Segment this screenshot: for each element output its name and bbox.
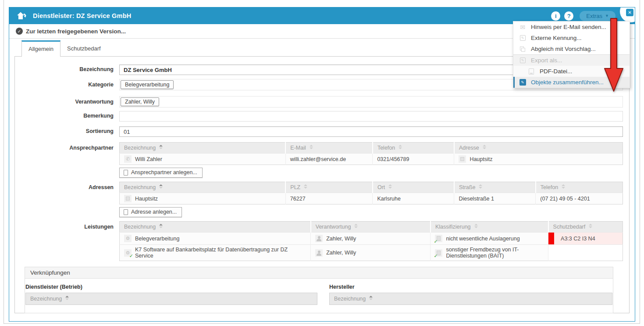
bezeichnung-label: Bezeichnung <box>15 64 119 72</box>
schutzbedarf-badge: A3:3 C2 I3 N4 <box>548 233 623 244</box>
column-header-strasse[interactable]: Straße <box>454 182 536 193</box>
dialog-title: Dienstleister: DZ Service GmbH <box>33 12 551 19</box>
sort-icon <box>479 184 482 189</box>
green-check-icon: ✓ <box>434 239 438 244</box>
sort-icon <box>304 184 307 189</box>
verknuepfungen-title: Verknüpfungen <box>25 267 613 279</box>
edit-icon: ✎ <box>519 35 527 41</box>
last-approved-version-link[interactable]: Zur letzten freigegebenen Version... <box>26 28 126 35</box>
sort-icon <box>159 184 163 189</box>
sort-icon <box>388 184 392 189</box>
sort-icon <box>159 224 163 228</box>
sort-icon <box>483 145 486 149</box>
column-header-telefon[interactable]: Telefon <box>536 182 623 193</box>
sort-icon <box>562 184 565 189</box>
ansprechpartner-anlegen-button[interactable]: Ansprechpartner anlegen... <box>119 168 203 178</box>
adresse-anlegen-button[interactable]: Adresse anlegen... <box>119 207 182 217</box>
adressen-table: Bezeichnung PLZ Ort Straße Telefon Haupt… <box>119 182 623 204</box>
verknuepfungen-section: Verknüpfungen Dienstleister (Betrieb) Be… <box>25 267 613 313</box>
tab-content-allgemein: Bezeichnung Kategorie Belegverarbeitung … <box>14 56 630 313</box>
bemerkung-input[interactable] <box>119 111 623 122</box>
classification-doc-icon: ✓ <box>435 235 442 242</box>
approved-check-icon: ✓ <box>16 28 23 35</box>
column-header-adresse[interactable]: Adresse <box>454 143 623 154</box>
column-header-klassifizierung[interactable]: Klassifizierung <box>431 222 548 233</box>
person-icon <box>315 235 323 242</box>
column-header-verantwortung[interactable]: Verantwortung <box>311 222 431 233</box>
tab-allgemein[interactable]: Allgemein <box>21 40 60 57</box>
leistungen-label: Leistungen <box>15 221 119 230</box>
sort-icon <box>589 224 592 228</box>
copy-icon <box>519 47 527 52</box>
kategorie-label: Kategorie <box>15 79 119 88</box>
sort-icon <box>369 296 373 300</box>
column-header-bezeichnung[interactable]: Bezeichnung <box>120 143 286 154</box>
dienstleister-betrieb-column-header[interactable]: Bezeichnung <box>25 293 317 305</box>
sort-icon <box>354 224 358 228</box>
ansprechpartner-label: Ansprechpartner <box>15 142 119 151</box>
verantwortung-field[interactable]: Zahler, Willy <box>119 96 623 107</box>
sortierung-input[interactable] <box>119 126 623 137</box>
address-icon <box>459 155 466 163</box>
service-gear-icon: ⚙ <box>124 235 132 242</box>
sort-icon <box>310 145 313 149</box>
sort-icon <box>159 145 163 149</box>
new-document-icon <box>124 209 128 215</box>
table-row[interactable]: ⚙✓K7 Software auf Bankarbeitsplatz für D… <box>120 245 623 261</box>
help-icon[interactable]: ? <box>564 11 573 21</box>
green-check-icon: ✓ <box>434 253 438 259</box>
hersteller-label: Hersteller <box>329 284 612 290</box>
ansprechpartner-table: Bezeichnung E-Mail Telefon Adresse ✆Will… <box>119 142 623 165</box>
close-icon[interactable]: ✕ <box>626 9 633 16</box>
bemerkung-label: Bemerkung <box>15 111 119 119</box>
leistungen-table: Bezeichnung Verantwortung Klassifizierun… <box>119 221 623 261</box>
column-header-plz[interactable]: PLZ <box>285 182 373 193</box>
table-row[interactable]: Hauptsitz 76227 Karlsruhe Dieselstraße 1… <box>120 193 623 204</box>
red-annotation-arrow <box>601 18 626 93</box>
sort-icon <box>474 224 478 228</box>
new-document-icon <box>124 170 128 176</box>
schutzbedarf-red-block <box>548 233 554 244</box>
green-check-icon: ✓ <box>129 253 133 259</box>
column-header-ort[interactable]: Ort <box>373 182 454 193</box>
adressen-label: Adressen <box>15 182 119 190</box>
pdf-file-icon: ▬ <box>527 68 535 75</box>
verantwortung-label: Verantwortung <box>15 96 119 105</box>
dienstleister-betrieb-label: Dienstleister (Betrieb) <box>25 284 317 290</box>
person-icon <box>315 249 323 257</box>
column-header-telefon[interactable]: Telefon <box>373 143 454 154</box>
mail-icon: ✉ <box>519 24 527 31</box>
sort-icon <box>65 296 69 300</box>
column-header-bezeichnung[interactable]: Bezeichnung <box>120 182 286 193</box>
extras-button-label: Extras <box>586 13 602 19</box>
sort-icon <box>398 145 402 149</box>
contact-icon: ✆ <box>124 155 132 163</box>
service-provider-house-icon <box>16 11 28 21</box>
column-header-email[interactable]: E-Mail <box>285 143 373 154</box>
table-row[interactable]: ✆Willi Zahler willi.zahler@service.de 03… <box>120 154 623 165</box>
screen: Dienstleister: DZ Service GmbH i ? Extra… <box>0 0 644 326</box>
column-header-bezeichnung[interactable]: Bezeichnung <box>120 222 311 233</box>
kategorie-chip[interactable]: Belegverarbeitung <box>121 80 174 89</box>
service-gear-icon: ⚙✓ <box>124 249 132 257</box>
tab-schutzbedarf[interactable]: Schutzbedarf <box>60 41 107 56</box>
table-row[interactable]: ⚙Belegverarbeitung Zahler, Willy ✓nicht … <box>120 233 623 245</box>
verantwortung-chip[interactable]: Zahler, Willy <box>121 97 159 106</box>
export-icon: ✎ <box>519 57 527 63</box>
info-icon[interactable]: i <box>551 11 560 21</box>
hersteller-column-header[interactable]: Bezeichnung <box>329 293 612 305</box>
sortierung-label: Sortierung <box>15 126 119 134</box>
classification-doc-icon: ✓ <box>435 249 442 257</box>
column-header-schutzbedarf[interactable]: Schutzbedarf <box>548 222 623 233</box>
address-icon <box>124 195 132 202</box>
merge-edit-icon: ✎ <box>519 79 527 86</box>
